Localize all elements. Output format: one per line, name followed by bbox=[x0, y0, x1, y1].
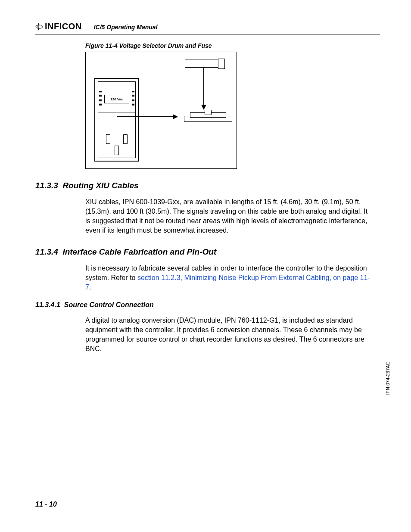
arrow-down-icon bbox=[203, 68, 204, 109]
heading-11-3-4-1: 11.3.4.1 Source Control Connection bbox=[35, 301, 380, 309]
heading-11-3-4: 11.3.4 Interface Cable Fabrication and P… bbox=[35, 247, 380, 257]
heading-text: Interface Cable Fabrication and Pin-Out bbox=[62, 247, 216, 256]
page-footer: 11 - 10 bbox=[35, 496, 380, 508]
brand-logo: INFICON bbox=[35, 22, 82, 31]
heading-number: 11.3.4 bbox=[35, 247, 58, 256]
paragraph-source-control: A digital to analog conversion (DAC) mod… bbox=[85, 316, 371, 354]
brand-name: INFICON bbox=[45, 22, 82, 31]
heading-11-3-3: 11.3.3 Routing XIU Cables bbox=[35, 181, 380, 190]
voltage-drum-icon: 120 Vac bbox=[94, 78, 139, 162]
document-ipn: IPN 074-237AE bbox=[385, 362, 390, 395]
fuse-cover-side-icon bbox=[184, 112, 231, 121]
heading-text: Source Control Connection bbox=[64, 301, 154, 308]
heading-number: 11.3.4.1 bbox=[35, 301, 60, 308]
manual-title: IC/5 Operating Manual bbox=[94, 24, 158, 31]
page-number: 11 - 10 bbox=[35, 501, 57, 508]
arrow-right-icon bbox=[117, 116, 177, 117]
text-run: . bbox=[89, 283, 91, 291]
svg-point-0 bbox=[36, 25, 43, 28]
figure-11-4: 120 Vac bbox=[85, 52, 237, 169]
figure-caption: Figure 11-4 Voltage Selector Drum and Fu… bbox=[85, 42, 380, 49]
paragraph-xiu-cables: XIU cables, IPN 600-1039-Gxx, are availa… bbox=[85, 197, 371, 235]
inficon-mark-icon bbox=[35, 22, 43, 31]
heading-text: Routing XIU Cables bbox=[62, 181, 138, 190]
fuse-cover-top-icon bbox=[185, 59, 224, 68]
voltage-label: 120 Vac bbox=[104, 95, 129, 103]
page-header: INFICON IC/5 Operating Manual bbox=[35, 22, 380, 34]
paragraph-interface-cable: It is necessary to fabricate several cab… bbox=[85, 264, 371, 292]
heading-number: 11.3.3 bbox=[35, 181, 58, 190]
